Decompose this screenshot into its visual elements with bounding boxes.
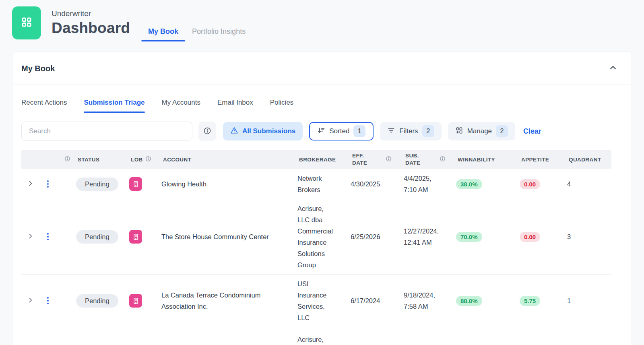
column-header-eff-date[interactable]: EFF. DATE [351, 150, 404, 169]
table-row: Pending The Store House Community Center… [21, 199, 611, 275]
column-header-winnability[interactable]: WINNABILITY [456, 154, 520, 165]
info-circle-icon[interactable] [64, 156, 70, 163]
building-icon[interactable] [129, 177, 142, 191]
tab-my-book[interactable]: My Book [141, 24, 185, 41]
account-name[interactable]: Glowing Health [161, 178, 282, 190]
table-row: Pending La Canada Terrace Condominium As… [21, 275, 611, 327]
sub-date: 12/27/2024, 12:41 AM [404, 225, 446, 248]
info-circle-icon [203, 127, 211, 136]
account-name[interactable]: La Canada Terrace Condominium Associatio… [161, 289, 282, 312]
quadrant-value: 1 [567, 295, 611, 306]
panel-title: My Book [21, 64, 55, 73]
column-header-status[interactable]: STATUS [76, 154, 129, 165]
search-input[interactable] [21, 122, 192, 141]
info-circle-icon[interactable] [440, 156, 446, 163]
expand-row-button[interactable] [25, 230, 36, 243]
quadrant-value: 4 [567, 178, 611, 190]
sub-date: 4/4/2025, 7:10 AM [404, 173, 446, 195]
status-badge: Pending [76, 230, 118, 244]
all-submissions-label: All Submissions [242, 127, 295, 135]
grid-icon [21, 16, 33, 30]
app-logo [12, 6, 41, 39]
chevron-right-icon [27, 233, 34, 241]
appetite-badge: 5.75 [520, 296, 540, 306]
brokerage-name: Network Brokers [297, 173, 338, 195]
panel-tabs: Recent Actions Submission Triage My Acco… [12, 85, 632, 113]
expand-row-button[interactable] [25, 294, 36, 307]
winnability-badge: 70.0% [456, 232, 482, 242]
tab-recent-actions[interactable]: Recent Actions [21, 99, 67, 113]
chevron-right-icon [27, 297, 34, 305]
column-header-quadrant[interactable]: QUADRANT [567, 154, 611, 165]
all-submissions-button[interactable]: All Submissions [223, 122, 303, 140]
collapse-panel-button[interactable] [607, 62, 619, 76]
tab-portfolio-insights[interactable]: Portfolio Insights [185, 24, 252, 41]
winnability-badge: 88.0% [456, 296, 482, 306]
tab-email-inbox[interactable]: Email Inbox [217, 99, 253, 113]
account-name[interactable]: The Store House Community Center [161, 231, 282, 242]
winnability-badge: 38.0% [456, 179, 482, 189]
tab-my-accounts[interactable]: My Accounts [162, 99, 200, 113]
manage-count-badge: 2 [496, 125, 508, 137]
chevron-right-icon [27, 180, 34, 188]
row-menu-button[interactable] [45, 178, 51, 190]
building-icon[interactable] [129, 294, 142, 308]
kebab-menu-icon [47, 297, 49, 304]
eff-date: 6/25/2026 [351, 231, 404, 242]
info-circle-icon[interactable] [386, 156, 392, 163]
page-title: Dashboard [52, 20, 130, 37]
grid-plus-icon [455, 126, 463, 136]
sub-date: 9/18/2024, 7:58 AM [404, 289, 446, 312]
row-menu-button[interactable] [45, 231, 51, 243]
brokerage-name: Acrisure, LLC dba Commercial Insurance S… [297, 203, 338, 271]
column-header-lob[interactable]: LOB [129, 153, 161, 165]
status-badge: Pending [76, 294, 118, 308]
table-row: Acrisure, [21, 327, 611, 345]
table-toolbar: All Submissions Sorted 1 Filters 2 [12, 113, 632, 141]
appetite-badge: 0.00 [520, 179, 540, 189]
table-header-row: STATUS LOB ACCOUNT BROKERAGE EFF. DATE [21, 150, 611, 169]
kebab-menu-icon [47, 180, 49, 188]
sorted-label: Sorted [329, 127, 349, 135]
warning-triangle-icon [230, 126, 238, 136]
search-info-button[interactable] [198, 122, 216, 141]
brokerage-name: Acrisure, [297, 334, 338, 345]
my-book-panel: My Book Recent Actions Submission Triage… [12, 52, 632, 345]
eff-date: 6/17/2024 [351, 295, 404, 306]
column-header-account[interactable]: ACCOUNT [161, 154, 297, 165]
sorted-count-badge: 1 [353, 125, 365, 137]
quadrant-value: 3 [567, 231, 611, 242]
filter-lines-icon [387, 126, 395, 136]
filters-count-badge: 2 [422, 125, 434, 137]
brokerage-name: USI Insurance Services, LLC [297, 278, 338, 323]
building-icon[interactable] [129, 230, 142, 244]
app-subtitle: Underwriter [52, 9, 130, 18]
table-row: Pending Glowing Health Network Brokers 4… [21, 169, 611, 199]
filters-button[interactable]: Filters 2 [380, 122, 441, 140]
kebab-menu-icon [47, 233, 49, 240]
clear-filters-link[interactable]: Clear [523, 127, 541, 136]
row-menu-button[interactable] [45, 295, 51, 307]
info-circle-icon[interactable] [145, 156, 151, 163]
manage-label: Manage [467, 127, 492, 135]
column-header-appetite[interactable]: APPETITE [520, 154, 567, 165]
expand-row-button[interactable] [25, 178, 36, 190]
tab-policies[interactable]: Policies [270, 99, 294, 113]
submissions-table: STATUS LOB ACCOUNT BROKERAGE EFF. DATE [21, 150, 611, 345]
sorted-button[interactable]: Sorted 1 [309, 122, 374, 140]
app-header: Underwriter Dashboard My Book Portfolio … [0, 0, 644, 41]
top-tabs: My Book Portfolio Insights [141, 24, 252, 41]
chevron-up-icon [608, 63, 618, 74]
manage-button[interactable]: Manage 2 [448, 122, 515, 140]
appetite-badge: 0.00 [520, 232, 540, 242]
column-header-brokerage[interactable]: BROKERAGE [297, 154, 351, 165]
column-header-sub-date[interactable]: SUB. DATE [404, 150, 456, 169]
filters-label: Filters [399, 127, 418, 135]
eff-date: 4/30/2025 [351, 178, 404, 190]
sort-descending-icon [317, 126, 325, 136]
tab-submission-triage[interactable]: Submission Triage [84, 99, 144, 113]
status-badge: Pending [76, 178, 118, 191]
